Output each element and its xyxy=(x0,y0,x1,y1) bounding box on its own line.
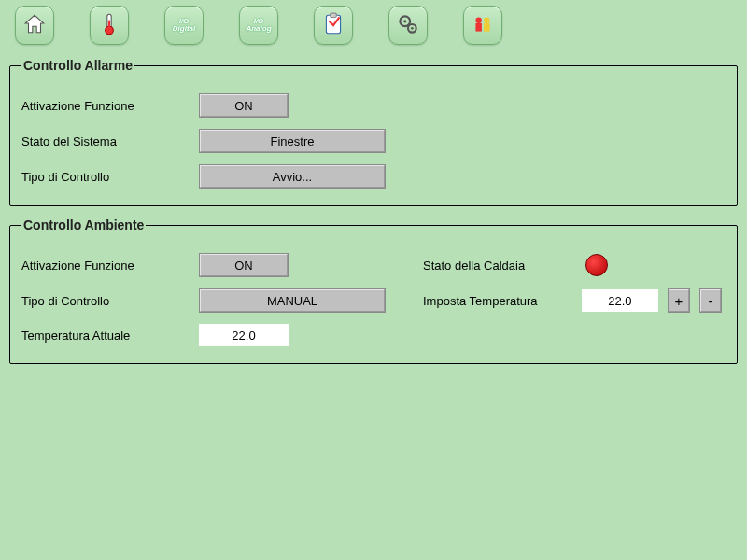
svg-rect-4 xyxy=(331,13,337,17)
ambient-legend: Controllo Ambiente xyxy=(21,217,146,232)
alarm-system-state-label: Stato del Sistema xyxy=(21,134,199,148)
temperature-minus-button[interactable]: - xyxy=(699,288,722,313)
current-temperature-value: 22.0 xyxy=(199,324,289,346)
users-button[interactable] xyxy=(463,6,502,45)
temperature-plus-button[interactable]: + xyxy=(668,288,690,313)
ambient-control-type-label: Tipo di Controllo xyxy=(21,294,199,308)
ambient-activation-label: Attivazione Funzione xyxy=(21,259,199,273)
boiler-status-indicator xyxy=(585,254,608,276)
io-analog-button[interactable]: I/O Analog xyxy=(239,6,278,45)
temperature-button[interactable] xyxy=(90,6,129,45)
set-temperature-value[interactable]: 22.0 xyxy=(582,289,658,312)
boiler-state-label: Stato della Caldaia xyxy=(423,259,600,273)
io-analog-icon: I/O Analog xyxy=(246,18,271,33)
ambient-control-type-button[interactable]: MANUAL xyxy=(199,288,386,313)
io-digital-button[interactable]: I/O Digital xyxy=(164,6,204,45)
alarm-system-state-button[interactable]: Finestre xyxy=(199,129,386,153)
home-icon xyxy=(22,12,47,39)
svg-point-9 xyxy=(475,17,482,23)
io-digital-icon: I/O Digital xyxy=(173,18,195,33)
alarm-activation-label: Attivazione Funzione xyxy=(21,99,199,113)
alarm-legend: Controllo Allarme xyxy=(21,58,134,73)
alarm-control-type-button[interactable]: Avvio... xyxy=(199,164,386,189)
alarm-control-type-label: Tipo di Controllo xyxy=(21,170,199,184)
users-icon xyxy=(471,12,495,39)
ambient-activation-toggle[interactable]: ON xyxy=(199,253,289,277)
thermometer-icon xyxy=(97,12,121,39)
svg-point-8 xyxy=(411,27,414,30)
alarm-activation-toggle[interactable]: ON xyxy=(199,93,289,118)
svg-rect-12 xyxy=(484,22,490,31)
svg-point-11 xyxy=(484,17,490,23)
home-button[interactable] xyxy=(15,6,54,45)
set-temperature-stepper: 22.0 + - xyxy=(582,288,722,313)
gears-icon xyxy=(396,12,420,39)
svg-point-6 xyxy=(403,20,406,22)
svg-rect-10 xyxy=(475,22,482,31)
toolbar: I/O Digital I/O Analog xyxy=(0,0,747,54)
alarm-control-group: Controllo Allarme Attivazione Funzione O… xyxy=(9,58,738,206)
settings-button[interactable] xyxy=(388,6,428,45)
current-temperature-label: Temperatura Attuale xyxy=(21,329,199,343)
svg-rect-2 xyxy=(108,20,110,30)
ambient-control-group: Controllo Ambiente Attivazione Funzione … xyxy=(9,217,738,364)
set-temperature-label: Imposta Temperatura xyxy=(423,294,600,308)
clipboard-button[interactable] xyxy=(314,6,353,45)
clipboard-icon xyxy=(321,12,345,39)
